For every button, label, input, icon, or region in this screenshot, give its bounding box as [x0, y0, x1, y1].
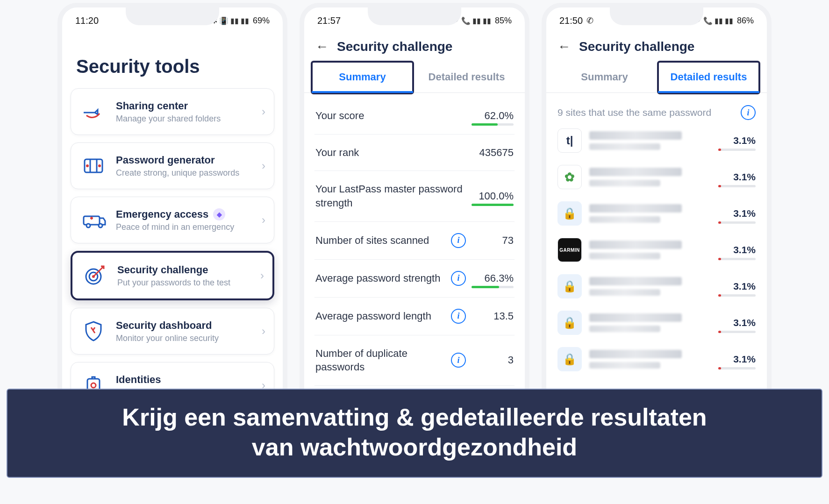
tab-summary[interactable]: Summary	[555, 63, 654, 92]
phone-security-tools: 11:20 🔕 ✱ 📳 ▮▮ ▮▮ 69% Security tools Sha…	[57, 3, 287, 442]
chevron-right-icon: ›	[262, 213, 265, 227]
site-item[interactable]: ✿ 3.1%	[557, 165, 756, 189]
signal-icon: ▮▮	[230, 16, 239, 25]
list-title: 9 sites that use the same password	[557, 107, 711, 118]
info-icon[interactable]: i	[451, 233, 466, 248]
row-label: Your rank	[315, 146, 466, 160]
page-title: Security tools	[62, 28, 283, 88]
tool-subtitle: Create strong, unique passwords	[116, 168, 253, 178]
info-icon[interactable]: i	[451, 271, 466, 286]
tool-security-dashboard[interactable]: Security dashboard Monitor your online s…	[71, 308, 274, 355]
tab-detailed-results[interactable]: Detailed results	[417, 63, 516, 92]
duplicate-sites-list[interactable]: t| 3.1% ✿ 3.1% 🔒 3.1% GARMIN 3.1% 🔒	[546, 128, 767, 371]
lock-icon: 🔒	[557, 311, 582, 335]
row-label: Number of sites scanned	[315, 234, 445, 248]
row-label: Number of duplicate passwords	[315, 347, 445, 374]
site-percent: 3.1%	[715, 208, 756, 219]
volte-icon: 📞	[703, 16, 713, 25]
row-value: 13.5	[472, 310, 514, 322]
detailed-list-header: 9 sites that use the same password i	[546, 93, 767, 128]
signal-icon: ▮▮	[725, 16, 733, 25]
lock-icon: 🔒	[557, 347, 582, 371]
tool-title: Security challenge	[117, 264, 208, 276]
phone-notch	[368, 5, 461, 25]
signal-icon: ▮▮	[472, 16, 481, 25]
site-redacted-text	[589, 204, 708, 223]
row-sites-scanned: Number of sites scanned i 73	[314, 222, 515, 260]
shield-icon	[79, 319, 107, 344]
tabs: Summary Detailed results	[304, 60, 525, 93]
back-arrow-icon[interactable]: ←	[557, 39, 571, 54]
row-value: 100.0%	[472, 190, 514, 202]
tool-emergency-access[interactable]: Emergency access ◆ Peace of mind in an e…	[71, 197, 274, 243]
tool-sharing-center[interactable]: Sharing center Manage your shared folder…	[71, 88, 274, 135]
svg-point-7	[99, 224, 102, 227]
garmin-icon: GARMIN	[557, 238, 582, 262]
status-time: 21:57	[317, 15, 341, 26]
info-icon[interactable]: i	[451, 353, 466, 368]
row-value: 3	[472, 354, 514, 366]
status-battery: 85%	[495, 16, 512, 26]
caption-line-1: Krijg een samenvatting & gedetailleerde …	[26, 403, 803, 432]
tool-security-challenge[interactable]: Security challenge Put your passwords to…	[71, 251, 274, 300]
site-redacted-text	[589, 350, 708, 369]
phone-summary: 21:57 ✱ �వ 📞 ▮▮ ▮▮ 85% ← Security challe…	[300, 3, 529, 442]
summary-rows: Your score 62.0% Your rank 435675 Your L…	[304, 93, 525, 411]
row-avg-length: Average password length i 13.5	[314, 298, 515, 335]
chevron-right-icon: ›	[262, 159, 265, 172]
target-icon	[81, 263, 109, 288]
row-master-strength: Your LastPass master password strength 1…	[314, 171, 515, 221]
tab-detailed-results[interactable]: Detailed results	[659, 63, 758, 92]
chevron-right-icon: ›	[262, 105, 265, 118]
svg-point-3	[86, 164, 89, 167]
phone-notch	[126, 5, 219, 25]
caption-banner: Krijg een samenvatting & gedetailleerde …	[7, 389, 822, 478]
app-header: ← Security challenge	[546, 28, 767, 60]
caption-line-2: van wachtwoordgezondheid	[26, 433, 803, 462]
vibrate-icon: 📳	[219, 16, 229, 25]
premium-gem-icon: ◆	[213, 208, 225, 220]
site-redacted-text	[589, 277, 708, 296]
site-redacted-text	[589, 313, 708, 332]
lock-icon: 🔒	[557, 201, 582, 226]
site-item[interactable]: 🔒 3.1%	[557, 201, 756, 226]
svg-point-6	[86, 224, 90, 227]
tab-summary[interactable]: Summary	[313, 63, 412, 92]
ambulance-icon	[79, 207, 107, 233]
row-label: Your score	[315, 109, 466, 123]
header-title: Security challenge	[337, 39, 452, 54]
whatsapp-icon: ✆	[586, 15, 593, 26]
site-percent: 3.1%	[715, 317, 756, 328]
signal-icon: ▮▮	[715, 16, 723, 25]
back-arrow-icon[interactable]: ←	[315, 39, 329, 54]
info-icon[interactable]: i	[741, 105, 756, 120]
site-item[interactable]: t| 3.1%	[557, 128, 756, 153]
site-item[interactable]: GARMIN 3.1%	[557, 238, 756, 262]
svg-point-4	[98, 164, 101, 167]
tool-password-generator[interactable]: Password generator Create strong, unique…	[71, 142, 274, 189]
info-icon[interactable]: i	[451, 309, 466, 324]
site-item[interactable]: 🔒 3.1%	[557, 274, 756, 298]
site-percent: 3.1%	[715, 135, 756, 146]
volte-icon: 📞	[461, 16, 471, 25]
signal-icon: ▮▮	[483, 16, 491, 25]
tool-title: Security dashboard	[116, 319, 212, 332]
status-battery: 69%	[253, 16, 270, 26]
tool-title: Sharing center	[116, 100, 188, 112]
status-battery: 86%	[737, 16, 754, 26]
leaf-icon: ✿	[557, 165, 582, 189]
app-header: ← Security challenge	[304, 28, 525, 60]
site-percent: 3.1%	[715, 281, 756, 292]
chevron-right-icon: ›	[260, 269, 264, 282]
site-item[interactable]: 🔒 3.1%	[557, 311, 756, 335]
site-item[interactable]: 🔒 3.1%	[557, 347, 756, 371]
site-percent: 3.1%	[715, 244, 756, 256]
site-redacted-text	[589, 241, 708, 259]
row-label: Your LastPass master password strength	[315, 182, 466, 210]
tool-subtitle: Peace of mind in an emergency	[116, 222, 253, 232]
sharing-icon	[79, 99, 107, 124]
row-avg-strength: Average password strength i 66.3%	[314, 260, 515, 298]
generator-icon	[79, 153, 107, 178]
status-time: 21:50	[559, 15, 583, 26]
row-label: Average password length	[315, 309, 445, 323]
